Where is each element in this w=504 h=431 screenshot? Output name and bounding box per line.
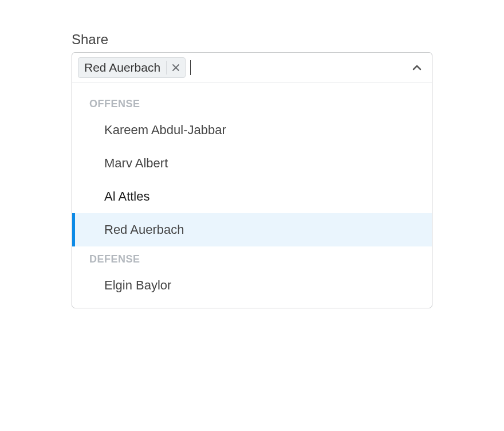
multiselect-combobox[interactable]: Red Auerbach OFFENSEKareem Abdul-JabbarM…: [72, 52, 432, 308]
field-label: Share: [72, 32, 432, 48]
option-item[interactable]: Al Attles: [72, 180, 432, 213]
option-item[interactable]: Red Auerbach: [72, 213, 432, 246]
options-listbox: OFFENSEKareem Abdul-JabbarMarv AlbertAl …: [72, 83, 432, 308]
option-group-label: DEFENSE: [72, 246, 432, 269]
text-cursor: [190, 60, 191, 75]
chevron-up-icon: [411, 62, 423, 73]
option-item[interactable]: Marv Albert: [72, 147, 432, 180]
chip-label: Red Auerbach: [78, 58, 166, 77]
chip-remove-button[interactable]: [166, 61, 185, 75]
close-icon: [172, 64, 180, 72]
option-item[interactable]: Kareem Abdul-Jabbar: [72, 113, 432, 147]
option-item[interactable]: Elgin Baylor: [72, 269, 432, 302]
option-group-label: OFFENSE: [72, 91, 432, 113]
dropdown-toggle[interactable]: [408, 60, 426, 76]
select-input-row[interactable]: Red Auerbach: [72, 53, 432, 83]
selected-chip: Red Auerbach: [78, 57, 186, 78]
